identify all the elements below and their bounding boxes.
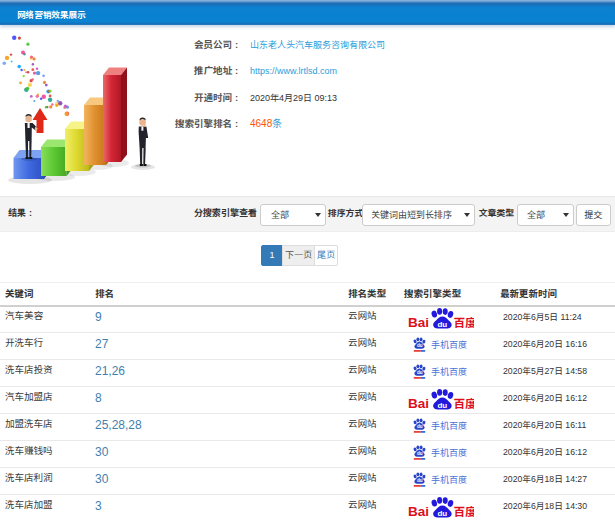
svg-text:百度: 百度	[454, 314, 475, 330]
svg-text:Bai: Bai	[408, 315, 429, 330]
svg-text:du: du	[417, 451, 423, 456]
svg-text:百度: 百度	[454, 503, 475, 519]
svg-text:du: du	[417, 370, 423, 375]
svg-text:Bai: Bai	[408, 396, 429, 411]
svg-text:Bai: Bai	[408, 504, 429, 519]
svg-text:du: du	[437, 401, 447, 410]
svg-text:du: du	[417, 424, 423, 429]
svg-text:du: du	[417, 343, 423, 348]
svg-text:du: du	[437, 320, 447, 329]
svg-text:du: du	[437, 509, 447, 518]
svg-text:百度: 百度	[454, 395, 475, 411]
svg-text:du: du	[417, 478, 423, 483]
